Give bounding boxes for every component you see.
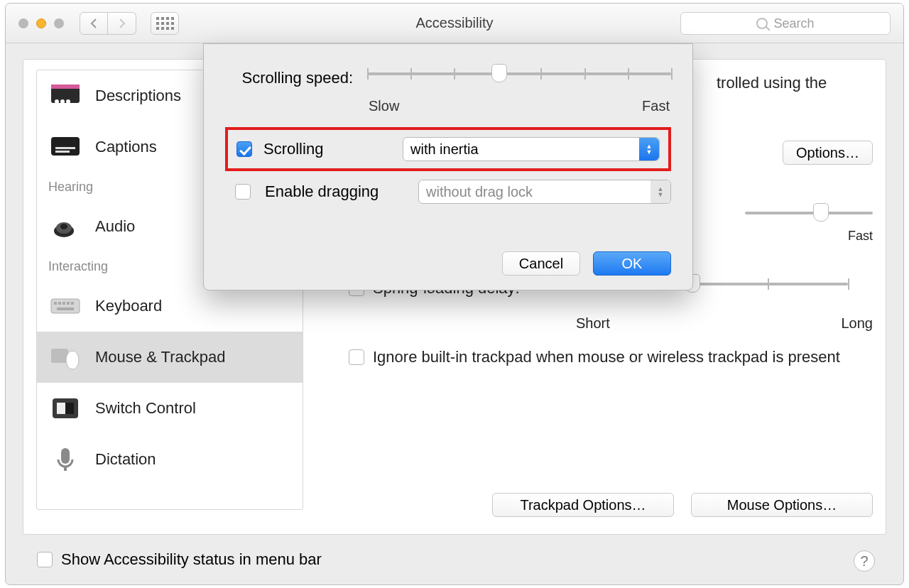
sidebar-item-mouse-trackpad[interactable]: Mouse & Trackpad	[37, 332, 303, 383]
svg-rect-11	[51, 299, 80, 313]
dictation-icon	[48, 445, 82, 474]
show-status-label: Show Accessibility status in menu bar	[61, 550, 322, 569]
slider-thumb[interactable]	[813, 203, 829, 222]
sidebar-item-label: Keyboard	[95, 297, 162, 315]
svg-rect-6	[55, 147, 75, 149]
forward-button[interactable]	[108, 12, 136, 35]
svg-rect-16	[71, 302, 74, 305]
sidebar-item-switch-control[interactable]: Switch Control	[37, 383, 303, 434]
svg-rect-13	[58, 302, 61, 305]
mouse-options-button[interactable]: Mouse Options…	[691, 493, 873, 517]
scrolling-mode-value: with inertia	[410, 141, 479, 158]
svg-rect-12	[54, 302, 57, 305]
ignore-trackpad-checkbox[interactable]	[349, 349, 364, 365]
svg-rect-7	[55, 151, 70, 153]
sidebar-item-label: Mouse & Trackpad	[95, 348, 225, 366]
svg-point-3	[60, 99, 65, 104]
options-button[interactable]: Options…	[783, 141, 873, 165]
svg-point-4	[66, 99, 70, 104]
scrolling-speed-label: Scrolling speed:	[225, 69, 353, 87]
search-placeholder: Search	[773, 16, 814, 31]
sidebar-item-label: Audio	[95, 217, 135, 236]
svg-point-19	[66, 351, 79, 369]
highlight-annotation: Scrolling with inertia ▲▼	[225, 127, 671, 171]
scrolling-label: Scrolling	[263, 140, 391, 158]
enable-dragging-checkbox[interactable]	[235, 184, 251, 200]
fast-label: Fast	[642, 98, 670, 114]
footer-row: Show Accessibility status in menu bar	[37, 550, 322, 569]
chevron-updown-icon: ▲▼	[651, 180, 670, 203]
svg-rect-15	[67, 302, 70, 305]
slow-label: Slow	[369, 98, 399, 114]
scrolling-speed-slider[interactable]	[367, 64, 671, 92]
ignore-trackpad-label: Ignore built-in trackpad when mouse or w…	[373, 348, 840, 366]
sidebar-item-dictation[interactable]: Dictation	[37, 434, 303, 485]
svg-rect-17	[57, 307, 74, 310]
svg-rect-24	[64, 467, 67, 471]
sidebar-item-label: Captions	[95, 138, 157, 156]
search-icon	[756, 18, 768, 29]
search-field[interactable]: Search	[680, 12, 891, 35]
spring-right-label: Long	[842, 315, 873, 332]
preferences-window: Accessibility Search Descriptions Captio…	[5, 3, 904, 585]
scrolling-mode-popup[interactable]: with inertia ▲▼	[403, 137, 660, 161]
minimize-window-button[interactable]	[36, 18, 46, 28]
close-window-button[interactable]	[18, 18, 28, 28]
titlebar: Accessibility Search	[6, 4, 903, 43]
svg-rect-18	[51, 349, 68, 363]
cancel-button[interactable]: Cancel	[502, 251, 580, 276]
trackpad-options-sheet: Scrolling speed: Slow Fast Scrolling wit…	[203, 43, 693, 290]
svg-rect-22	[57, 403, 65, 414]
captions-icon	[48, 133, 82, 161]
grid-icon	[156, 17, 174, 30]
nav-buttons	[80, 12, 136, 35]
sidebar-item-label: Dictation	[95, 450, 156, 469]
scrolling-checkbox[interactable]	[236, 141, 252, 157]
svg-rect-23	[61, 448, 70, 464]
svg-rect-1	[51, 85, 80, 89]
ok-button[interactable]: OK	[593, 251, 671, 276]
sidebar-item-label: Switch Control	[95, 399, 196, 418]
svg-point-10	[60, 224, 67, 229]
zoom-window-button[interactable]	[54, 18, 64, 28]
back-button[interactable]	[80, 12, 108, 35]
dragging-mode-value: without drag lock	[426, 184, 533, 200]
mouse-trackpad-icon	[48, 343, 82, 371]
dragging-mode-popup[interactable]: without drag lock ▲▼	[418, 180, 671, 204]
svg-rect-5	[51, 137, 80, 156]
slider-thumb[interactable]	[491, 64, 507, 82]
switch-control-icon	[48, 394, 82, 423]
sidebar-item-label: Descriptions	[95, 87, 181, 105]
show-status-checkbox[interactable]	[37, 552, 53, 567]
svg-point-2	[55, 99, 59, 104]
enable-dragging-label: Enable dragging	[265, 183, 404, 201]
window-controls	[18, 18, 64, 28]
description-text-fragment: trolled using the	[717, 74, 873, 92]
keyboard-icon	[48, 292, 82, 320]
spring-left-label: Short	[576, 315, 610, 332]
descriptions-icon	[48, 82, 82, 110]
audio-icon	[48, 212, 82, 241]
svg-rect-14	[62, 302, 65, 305]
help-button[interactable]: ?	[854, 550, 875, 572]
show-all-button[interactable]	[151, 12, 179, 35]
chevron-updown-icon: ▲▼	[639, 138, 659, 160]
trackpad-options-button[interactable]: Trackpad Options…	[492, 493, 674, 517]
secondary-slider[interactable]	[745, 203, 873, 232]
